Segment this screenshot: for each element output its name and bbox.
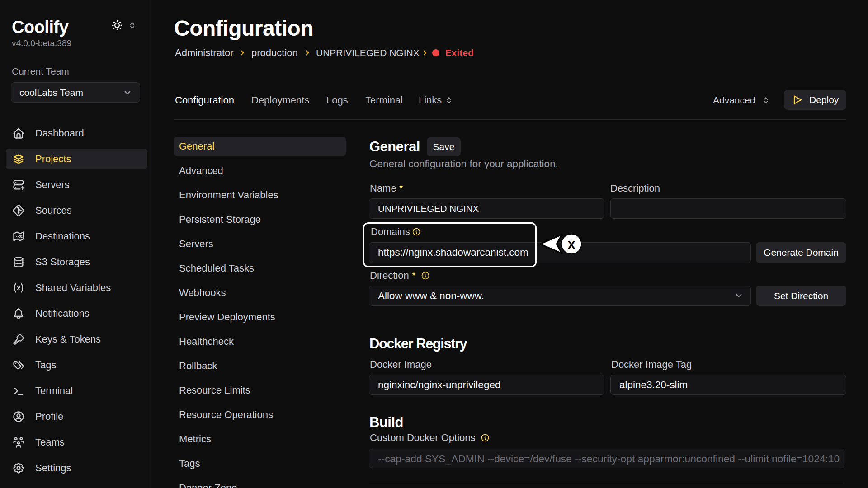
- svg-text:x: x: [568, 237, 575, 251]
